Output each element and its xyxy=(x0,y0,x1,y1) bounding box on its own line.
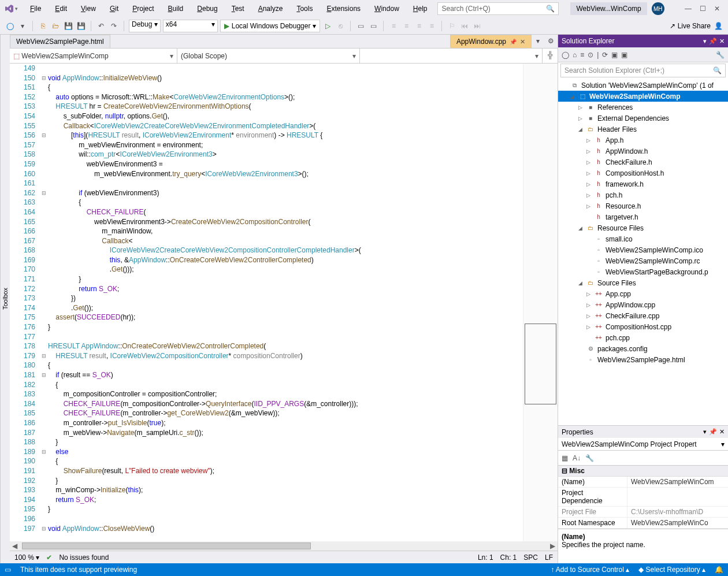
start-debug-button[interactable]: ▶Local Windows Debugger ▾ xyxy=(220,20,321,32)
open-icon[interactable]: 🗁 xyxy=(50,21,61,31)
property-value[interactable]: WebView2SampleWinCo xyxy=(627,518,728,528)
select-repo-button[interactable]: ◆ Select Repository ▴ xyxy=(638,566,705,574)
redo-icon[interactable]: ↷ xyxy=(109,21,119,31)
lf-indicator[interactable]: LF xyxy=(545,553,553,562)
menu-analyze[interactable]: Analyze xyxy=(254,2,288,15)
tree-item[interactable]: ▷ h pch.h xyxy=(558,189,728,200)
tree-item[interactable]: ▫ small.ico xyxy=(558,233,728,244)
tree-item[interactable]: h targetver.h xyxy=(558,211,728,222)
se-scope-icon[interactable]: ⊙ xyxy=(588,51,593,59)
new-item-icon[interactable]: ⎘ xyxy=(38,21,48,31)
se-close-icon[interactable]: ✕ xyxy=(719,38,725,45)
nav-project-combo[interactable]: ⬚ WebView2SampleWinComp▾ xyxy=(10,49,177,63)
menu-edit[interactable]: Edit xyxy=(50,2,72,15)
expand-icon[interactable]: ▷ xyxy=(585,170,592,176)
tree-item[interactable]: ▷ ++ CheckFailure.cpp xyxy=(558,310,728,321)
close-icon[interactable]: ✕ xyxy=(520,38,525,46)
indent-icon[interactable]: ≡ xyxy=(388,21,399,31)
source-control-button[interactable]: ↑ Add to Source Control ▴ xyxy=(551,566,629,574)
tree-item[interactable]: ⚙ packages.config xyxy=(558,343,728,354)
outdent-icon[interactable]: ≡ xyxy=(401,21,411,31)
bookmark-icon[interactable]: ⚐ xyxy=(447,21,457,31)
tree-item[interactable]: ▷ h framework.h xyxy=(558,179,728,189)
document-tab[interactable]: WebView2SamplePage.html xyxy=(10,35,110,48)
props-close-icon[interactable]: ✕ xyxy=(719,428,725,436)
code-editor[interactable]: void AppWindow::InitializeWebView(){ aut… xyxy=(48,64,523,541)
property-value[interactable]: C:\Users\v-mhoffman\D xyxy=(627,507,728,517)
props-wrench-icon[interactable]: 🔧 xyxy=(585,454,594,462)
property-value[interactable]: WebView2SampleWinCom xyxy=(627,477,728,487)
se-showall-icon[interactable]: ▣ xyxy=(621,51,627,59)
tree-item[interactable]: ▷ h App.h xyxy=(558,135,728,146)
document-tab[interactable]: AppWindow.cpp 📌 ✕ xyxy=(450,35,532,48)
liveshare-button[interactable]: ↗ Live Share xyxy=(670,22,711,30)
account-icon[interactable]: 👤 xyxy=(713,21,723,31)
undo-icon[interactable]: ↶ xyxy=(96,21,106,31)
expand-icon[interactable]: ▷ xyxy=(585,203,592,209)
config-combo[interactable]: Debug ▾ xyxy=(129,20,161,32)
minimap[interactable] xyxy=(523,64,558,541)
menu-help[interactable]: Help xyxy=(408,2,432,15)
expand-icon[interactable]: ◢ xyxy=(577,127,584,132)
toolbox-tab[interactable]: Toolbox xyxy=(0,35,10,563)
se-collapse-icon[interactable]: ▣ xyxy=(611,51,618,59)
fwd-icon[interactable]: ▾ xyxy=(17,21,28,31)
comment-icon[interactable]: ≡ xyxy=(414,21,424,31)
back-icon[interactable]: ◯ xyxy=(5,21,15,31)
expand-icon[interactable]: ▷ xyxy=(585,302,592,308)
se-back-icon[interactable]: ◯ xyxy=(562,51,569,59)
expand-icon[interactable]: ◢ xyxy=(577,280,584,286)
expand-icon[interactable]: ▷ xyxy=(585,138,592,143)
spc-indicator[interactable]: SPC xyxy=(523,553,538,562)
menu-git[interactable]: Git xyxy=(105,2,123,15)
menu-project[interactable]: Project xyxy=(128,2,158,15)
tree-item[interactable]: ▷ h CompositionHost.h xyxy=(558,168,728,179)
tab-dropdown-icon[interactable]: ▾ xyxy=(533,35,543,48)
col-indicator[interactable]: Ch: 1 xyxy=(500,553,517,562)
tree-item[interactable]: ▷ ■ References xyxy=(558,102,728,113)
se-refresh-icon[interactable]: ⟳ xyxy=(602,51,608,59)
platform-combo[interactable]: x64 ▾ xyxy=(163,20,218,32)
props-sort-icon[interactable]: A↓ xyxy=(573,454,581,462)
menu-extensions[interactable]: Extensions xyxy=(322,2,365,15)
expand-icon[interactable]: ▷ xyxy=(585,192,592,198)
property-row[interactable]: Project File C:\Users\v-mhoffman\D xyxy=(558,507,728,518)
split-icon[interactable]: ╬ xyxy=(543,49,558,63)
tree-item[interactable]: ▷ h AppWindow.h xyxy=(558,146,728,157)
menu-view[interactable]: View xyxy=(76,2,101,15)
tree-item[interactable]: ▫ WebView2SampleWinComp.rc xyxy=(558,255,728,266)
bookmark-next-icon[interactable]: ⏭ xyxy=(472,21,482,31)
nav-scope-combo[interactable]: (Global Scope)▾ xyxy=(177,49,360,63)
save-all-icon[interactable]: 💾 xyxy=(76,21,86,31)
tool2-icon[interactable]: ▭ xyxy=(368,21,378,31)
minimize-button[interactable]: — xyxy=(685,5,692,13)
menu-file[interactable]: File xyxy=(25,2,46,15)
se-dropdown-icon[interactable]: ▾ xyxy=(703,38,707,45)
expand-icon[interactable]: ▷ xyxy=(577,116,584,121)
zoom-combo[interactable]: 100 % ▾ xyxy=(14,553,39,562)
tree-item[interactable]: ⧉ Solution 'WebView2SampleWinComp' (1 of xyxy=(558,80,728,91)
solution-tree[interactable]: ⧉ Solution 'WebView2SampleWinComp' (1 of… xyxy=(558,79,728,425)
tree-item[interactable]: ▷ ++ CompositionHost.cpp xyxy=(558,321,728,332)
tree-item[interactable]: ▫ WebViewStartPageBackground.p xyxy=(558,266,728,277)
uncomment-icon[interactable]: ≡ xyxy=(426,21,437,31)
tree-item[interactable]: ▷ h Resource.h xyxy=(558,200,728,211)
pin-icon[interactable]: 📌 xyxy=(510,39,517,45)
attach-icon[interactable]: ⎋ xyxy=(335,21,346,31)
quick-search[interactable]: Search (Ctrl+Q) 🔍 xyxy=(437,2,559,15)
tab-options-icon[interactable]: ⚙ xyxy=(544,35,558,48)
se-sync-icon[interactable]: ≡ xyxy=(580,51,584,59)
props-pin-icon[interactable]: 📌 xyxy=(709,428,717,436)
tree-item[interactable]: ▷ ++ App.cpp xyxy=(558,288,728,299)
expand-icon[interactable]: ▷ xyxy=(577,105,584,110)
expand-icon[interactable]: ▷ xyxy=(585,324,592,330)
tree-item[interactable]: ◢ ⬚ WebView2SampleWinComp xyxy=(558,91,728,102)
property-row[interactable]: Root Namespace WebView2SampleWinCo xyxy=(558,518,728,529)
menu-tools[interactable]: Tools xyxy=(292,2,317,15)
issues-text[interactable]: No issues found xyxy=(59,553,109,562)
save-icon[interactable]: 💾 xyxy=(63,21,73,31)
menu-test[interactable]: Test xyxy=(227,2,249,15)
property-row[interactable]: Project Dependencie xyxy=(558,488,728,507)
tool1-icon[interactable]: ▭ xyxy=(355,21,366,31)
menu-build[interactable]: Build xyxy=(164,2,188,15)
